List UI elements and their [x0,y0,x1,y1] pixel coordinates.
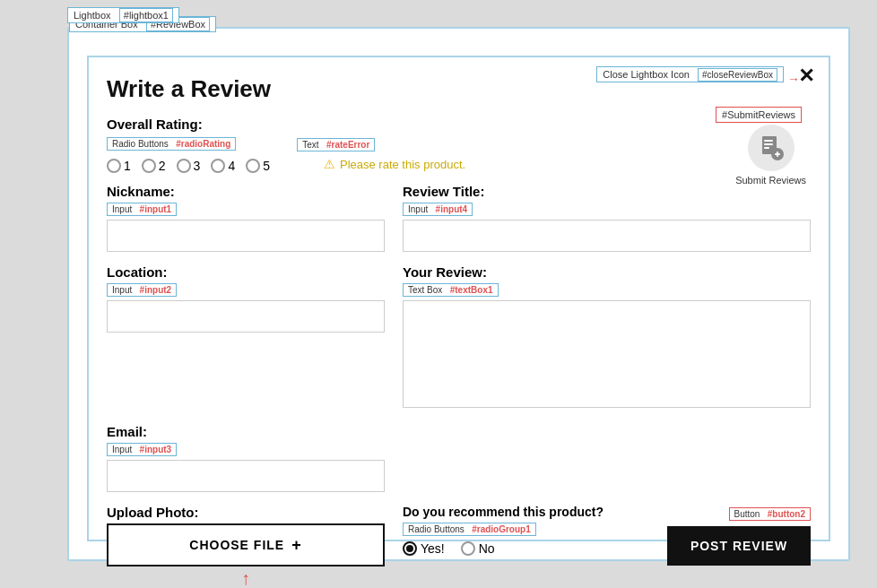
input1-annotation: Input #input1 [107,203,177,216]
rate-error-annotation: Text #rateError [297,138,375,151]
recommend-no-radio [461,541,475,556]
radio-group1-annotation: Radio Buttons #radioGroup1 [403,523,536,536]
warning-icon: ⚠ [324,157,335,171]
close-lightbox-button[interactable]: ✕ [798,65,814,88]
recommend-yes-radio [403,541,417,556]
submit-reviews-text: Submit Reviews [735,175,806,186]
post-review-button[interactable]: POST REVIEW [667,526,811,566]
input3-annotation: Input #input3 [107,443,177,456]
svg-rect-1 [764,140,773,142]
rate-error-message: ⚠ Please rate this product. [324,157,465,171]
email-heading: Email: [107,424,385,439]
radio-rating-3[interactable]: 3 [177,159,201,173]
upload-arrow-icon: ↑ [241,568,250,588]
location-heading: Location: [107,264,385,280]
location-section: Location: Input #input2 [107,264,385,411]
nickname-input[interactable] [107,220,385,252]
your-review-section: Your Review: Text Box #textBox1 [403,264,811,411]
overall-rating-heading: Overall Rating: [107,117,811,132]
nickname-section: Nickname: Input #input1 [107,184,385,252]
close-lightbox-label: Close Lightbox Icon #closeReviewBox [596,66,784,82]
overall-rating-section: Overall Rating: Radio Buttons #radioRati… [107,117,811,173]
upload-photo-section: Upload Photo: CHOOSE FILE + ↑ Upload But… [107,505,385,588]
svg-rect-2 [764,143,773,145]
submit-icon [748,125,795,171]
submit-reviews-label: #SubmitReviews [716,107,802,123]
radio-rating-5[interactable]: 5 [246,159,270,173]
recommend-radio-group: Yes! No [403,541,649,556]
recommend-section: Do you recommend this product? Radio But… [403,505,649,556]
radio-rating-4[interactable]: 4 [211,159,235,173]
recommend-no-option[interactable]: No [461,541,495,556]
choose-file-button[interactable]: CHOOSE FILE + [107,523,385,566]
review-title-section: Review Title: Input #input4 [403,184,811,252]
lightbox-container: Container Box #ReviewBox Write a Review … [67,27,850,561]
svg-rect-6 [777,151,778,157]
radio-rating-2[interactable]: 2 [142,159,166,173]
textbox1-annotation: Text Box #textBox1 [403,283,499,297]
input4-annotation: Input #input4 [403,203,473,216]
radio-rating-group: 1 2 3 4 5 [107,159,270,173]
review-textarea[interactable] [403,300,811,408]
submit-reviews-button[interactable]: Submit Reviews [735,125,806,186]
review-title-input[interactable] [403,220,811,252]
button2-annotation: Button #button2 [729,507,811,521]
post-review-section: Button #button2 POST REVIEW [667,505,811,566]
review-box: Write a Review Close Lightbox Icon #clos… [87,56,830,541]
email-section: Email: Input #input3 [107,424,385,492]
recommend-yes-option[interactable]: Yes! [403,541,445,556]
radio-rating-1[interactable]: 1 [107,159,131,173]
nickname-heading: Nickname: [107,184,385,199]
email-input[interactable] [107,460,385,492]
your-review-heading: Your Review: [403,264,811,280]
review-title-heading: Review Title: [403,184,811,199]
upload-photo-heading: Upload Photo: [107,505,385,520]
svg-rect-3 [764,147,769,149]
radio-rating-annotation: Radio Buttons #radioRating [107,137,236,151]
location-input[interactable] [107,300,385,333]
input2-annotation: Input #input2 [107,283,177,297]
lightbox-outer-label: Lightbox #lightbox1 [67,7,179,23]
recommend-heading: Do you recommend this product? [403,505,649,519]
